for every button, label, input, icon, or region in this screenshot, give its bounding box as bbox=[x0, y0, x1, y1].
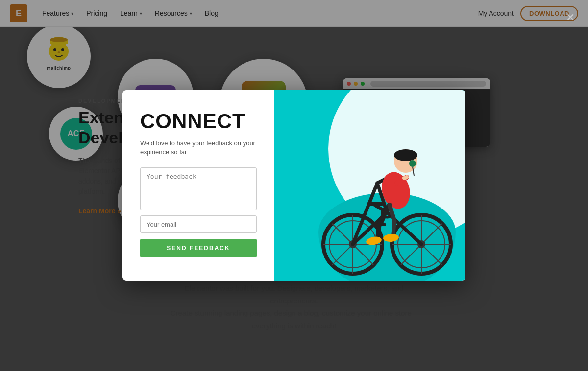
modal-title: CONNECT bbox=[140, 110, 257, 133]
connect-modal: CONNECT We'd love to have your feedback … bbox=[122, 90, 466, 281]
svg-line-41 bbox=[377, 222, 380, 239]
close-button[interactable]: ✕ bbox=[563, 10, 578, 25]
modal-left-panel: CONNECT We'd love to have your feedback … bbox=[122, 90, 274, 281]
modal-right-panel bbox=[274, 90, 466, 281]
svg-rect-31 bbox=[368, 202, 384, 206]
modal-subtitle: We'd love to have your feedback on your … bbox=[140, 139, 257, 157]
svg-point-37 bbox=[394, 149, 417, 161]
cyclist-svg bbox=[309, 115, 466, 281]
svg-point-46 bbox=[409, 160, 416, 167]
feedback-textarea[interactable] bbox=[140, 167, 257, 210]
email-input[interactable] bbox=[140, 215, 257, 233]
svg-line-39 bbox=[404, 177, 407, 178]
cyclist-illustration bbox=[309, 115, 466, 281]
svg-point-45 bbox=[383, 233, 399, 243]
send-feedback-button[interactable]: SEND FEEDBACK bbox=[140, 239, 257, 257]
svg-line-44 bbox=[393, 221, 394, 236]
